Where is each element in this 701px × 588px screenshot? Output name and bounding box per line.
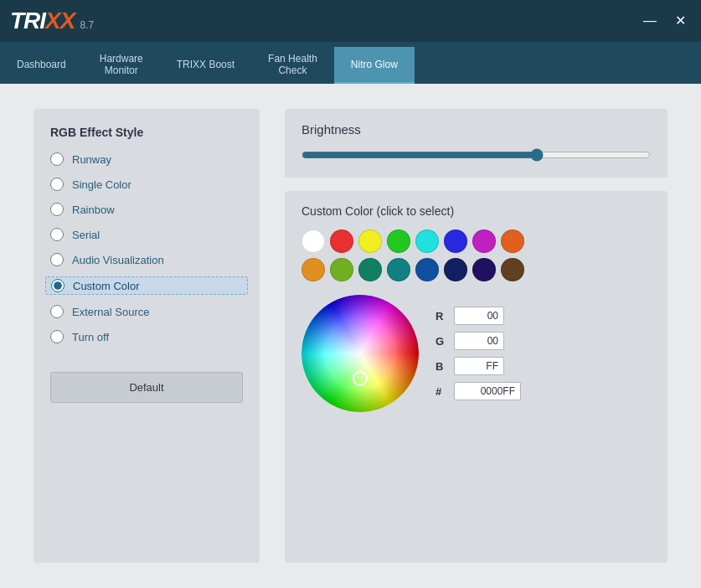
g-input[interactable]	[454, 332, 504, 350]
r-input[interactable]	[454, 307, 504, 325]
tab-trixx-boost[interactable]: TRIXX Boost	[160, 47, 251, 84]
app-logo: TRIXX 8.7	[10, 8, 94, 34]
color-wheel[interactable]	[302, 295, 419, 412]
close-button[interactable]: ✕	[670, 13, 691, 29]
b-label: B	[436, 360, 447, 373]
brightness-title: Brightness	[302, 122, 651, 137]
option-audio-visualization[interactable]: Audio Visualization	[50, 253, 243, 266]
swatch-yellow[interactable]	[358, 230, 382, 253]
option-single-color[interactable]: Single Color	[50, 178, 243, 191]
hex-row: #	[436, 382, 521, 400]
app-title: TRIXX	[10, 8, 75, 34]
g-label: G	[436, 335, 447, 348]
b-input[interactable]	[454, 357, 504, 375]
option-audio-visualization-label: Audio Visualization	[72, 254, 164, 266]
minimize-button[interactable]: —	[638, 13, 662, 29]
right-panel: Brightness Custom Color (click to select…	[285, 109, 667, 563]
custom-color-card: Custom Color (click to select)	[285, 191, 667, 563]
option-runway[interactable]: Runway	[50, 152, 243, 166]
radio-audio-visualization[interactable]	[50, 253, 64, 266]
tab-hardware-monitor[interactable]: HardwareMonitor	[83, 47, 160, 84]
option-rainbow-label: Rainbow	[72, 204, 115, 216]
section-title: RGB Effect Style	[50, 126, 243, 139]
radio-single-color[interactable]	[50, 178, 64, 191]
tab-dashboard[interactable]: Dashboard	[0, 47, 83, 84]
swatch-orange[interactable]	[501, 230, 524, 253]
swatch-cyan[interactable]	[415, 230, 439, 253]
swatch-teal[interactable]	[387, 258, 410, 281]
color-swatches	[302, 230, 651, 281]
swatch-steel-blue[interactable]	[415, 258, 439, 281]
option-serial-label: Serial	[72, 229, 100, 241]
option-turn-off-label: Turn off	[72, 331, 109, 343]
swatch-white[interactable]	[302, 230, 325, 253]
swatch-blue[interactable]	[444, 230, 467, 253]
radio-rainbow[interactable]	[50, 203, 64, 216]
radio-turn-off[interactable]	[50, 330, 64, 343]
tabbar: Dashboard HardwareMonitor TRIXX Boost Fa…	[0, 42, 701, 84]
radio-serial[interactable]	[50, 228, 64, 241]
titlebar-controls: — ✕	[638, 13, 691, 29]
swatch-lime[interactable]	[330, 258, 353, 281]
option-serial[interactable]: Serial	[50, 228, 243, 241]
main-content: RGB Effect Style Runway Single Color Rai…	[0, 84, 701, 588]
swatch-row-1	[302, 230, 651, 253]
option-turn-off[interactable]: Turn off	[50, 330, 243, 343]
radio-external-source[interactable]	[50, 305, 64, 318]
swatch-red[interactable]	[330, 230, 353, 253]
swatch-amber[interactable]	[302, 258, 325, 281]
titlebar: TRIXX 8.7 — ✕	[0, 0, 701, 42]
option-custom-color-label: Custom Color	[73, 280, 139, 292]
option-custom-color[interactable]: Custom Color	[45, 276, 248, 295]
app-version: 8.7	[80, 19, 94, 31]
swatch-green[interactable]	[387, 230, 410, 253]
swatch-brown[interactable]	[501, 258, 524, 281]
tab-nitro-glow[interactable]: Nitro Glow	[334, 47, 415, 84]
rgb-inputs: R G B #	[436, 307, 521, 400]
swatch-navy[interactable]	[444, 258, 467, 281]
swatch-dark-purple[interactable]	[472, 258, 496, 281]
swatch-dark-green[interactable]	[358, 258, 382, 281]
default-button[interactable]: Default	[50, 372, 243, 403]
g-row: G	[436, 332, 521, 350]
radio-group: Runway Single Color Rainbow Serial Audio…	[50, 152, 243, 343]
radio-runway[interactable]	[50, 152, 64, 166]
swatch-magenta[interactable]	[472, 230, 496, 253]
r-row: R	[436, 307, 521, 325]
hex-input[interactable]	[454, 382, 521, 400]
color-picker-area: R G B #	[302, 295, 651, 412]
custom-color-title: Custom Color (click to select)	[302, 204, 651, 218]
r-label: R	[436, 310, 447, 322]
option-runway-label: Runway	[72, 153, 111, 166]
swatch-row-2	[302, 258, 651, 281]
hash-label: #	[436, 385, 447, 398]
tab-fan-health-check[interactable]: Fan HealthCheck	[251, 47, 334, 84]
option-rainbow[interactable]: Rainbow	[50, 203, 243, 216]
option-external-source[interactable]: External Source	[50, 305, 243, 318]
option-external-source-label: External Source	[72, 306, 150, 318]
left-panel: RGB Effect Style Runway Single Color Rai…	[34, 109, 260, 563]
option-single-color-label: Single Color	[72, 178, 131, 191]
brightness-slider[interactable]	[302, 148, 651, 162]
b-row: B	[436, 357, 521, 375]
brightness-card: Brightness	[285, 109, 667, 178]
radio-custom-color[interactable]	[51, 279, 64, 292]
